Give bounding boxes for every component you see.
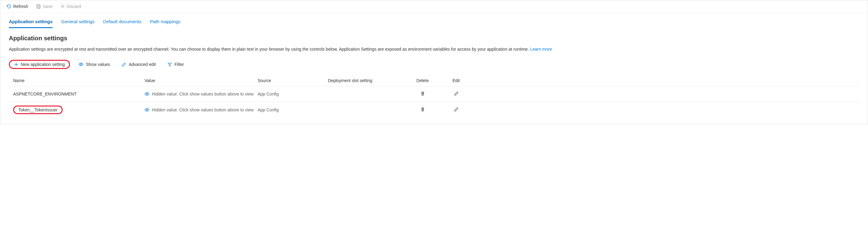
cell-source: App Config [257, 107, 325, 112]
close-icon [61, 4, 65, 8]
section-title: Application settings [9, 35, 859, 42]
delete-button[interactable] [419, 106, 426, 114]
hidden-value-text: Hidden value. Click show values button a… [152, 92, 254, 96]
advanced-edit-label: Advanced edit [129, 62, 156, 67]
tab-path-mappings[interactable]: Path mappings [150, 17, 181, 28]
setting-name: Token__TokenIssuer [13, 106, 63, 114]
svg-point-2 [80, 64, 82, 65]
svg-rect-0 [37, 5, 40, 8]
th-delete: Delete [404, 78, 441, 83]
eye-icon [145, 92, 149, 96]
pencil-icon [454, 91, 459, 96]
svg-point-4 [146, 109, 148, 110]
th-deployment-slot: Deployment slot setting [328, 78, 401, 83]
refresh-button[interactable]: Refresh [5, 3, 29, 10]
filter-label: Filter [175, 62, 184, 67]
eye-icon [145, 107, 149, 112]
save-button: Save [35, 3, 54, 10]
tab-application-settings[interactable]: Application settings [9, 17, 53, 28]
cell-source: App Config [257, 92, 325, 96]
delete-button[interactable] [419, 90, 426, 98]
edit-button[interactable] [453, 90, 460, 98]
table-header-row: Name Value Source Deployment slot settin… [9, 75, 859, 86]
cell-edit [444, 90, 468, 98]
section-description: Application settings are encrypted at re… [9, 46, 859, 53]
content-area: Application settings General settings De… [0, 13, 868, 124]
trash-icon [421, 107, 425, 112]
new-application-setting-label: New application setting [21, 62, 65, 67]
show-values-label: Show values [86, 62, 110, 67]
tab-bar: Application settings General settings De… [9, 17, 859, 28]
th-name: Name [13, 78, 142, 83]
svg-point-3 [146, 93, 148, 95]
eye-icon [79, 62, 84, 67]
plus-icon [14, 62, 18, 67]
th-source: Source [257, 78, 325, 83]
app-frame: Refresh Save Discard Application setting… [0, 0, 868, 124]
refresh-icon [6, 4, 11, 9]
th-edit: Edit [444, 78, 468, 83]
cell-edit [444, 106, 468, 114]
cell-value[interactable]: Hidden value. Click show values button a… [145, 92, 254, 96]
pencil-icon [122, 62, 126, 67]
advanced-edit-button[interactable]: Advanced edit [119, 60, 159, 69]
filter-button[interactable]: Filter [164, 60, 187, 69]
cell-delete [404, 106, 441, 114]
cell-delete [404, 90, 441, 98]
cell-name[interactable]: Token__TokenIssuer [13, 106, 142, 114]
pencil-icon [454, 107, 459, 112]
table-row: Token__TokenIssuerHidden value. Click sh… [9, 102, 859, 118]
cell-value[interactable]: Hidden value. Click show values button a… [145, 107, 254, 112]
table-body: ASPNETCORE_ENVIRONMENTHidden value. Clic… [9, 86, 859, 118]
refresh-label: Refresh [13, 4, 28, 9]
hidden-value-text: Hidden value. Click show values button a… [152, 107, 254, 112]
th-value: Value [145, 78, 254, 83]
tab-general-settings[interactable]: General settings [61, 17, 94, 28]
learn-more-link[interactable]: Learn more [530, 47, 552, 52]
cell-name[interactable]: ASPNETCORE_ENVIRONMENT [13, 92, 142, 96]
show-values-button[interactable]: Show values [75, 60, 113, 69]
svg-rect-1 [38, 7, 39, 8]
tab-default-documents[interactable]: Default documents [103, 17, 142, 28]
filter-icon [167, 62, 172, 67]
trash-icon [421, 91, 425, 96]
table-row: ASPNETCORE_ENVIRONMENTHidden value. Clic… [9, 86, 859, 102]
new-application-setting-button[interactable]: New application setting [9, 60, 70, 69]
save-icon [36, 4, 41, 9]
settings-table: Name Value Source Deployment slot settin… [9, 75, 859, 118]
discard-label: Discard [67, 4, 81, 9]
action-row: New application setting Show values Adva… [9, 60, 859, 69]
save-label: Save [43, 4, 53, 9]
command-bar: Refresh Save Discard [0, 0, 868, 13]
description-text: Application settings are encrypted at re… [9, 47, 530, 52]
edit-button[interactable] [453, 106, 460, 114]
discard-button: Discard [59, 3, 82, 10]
